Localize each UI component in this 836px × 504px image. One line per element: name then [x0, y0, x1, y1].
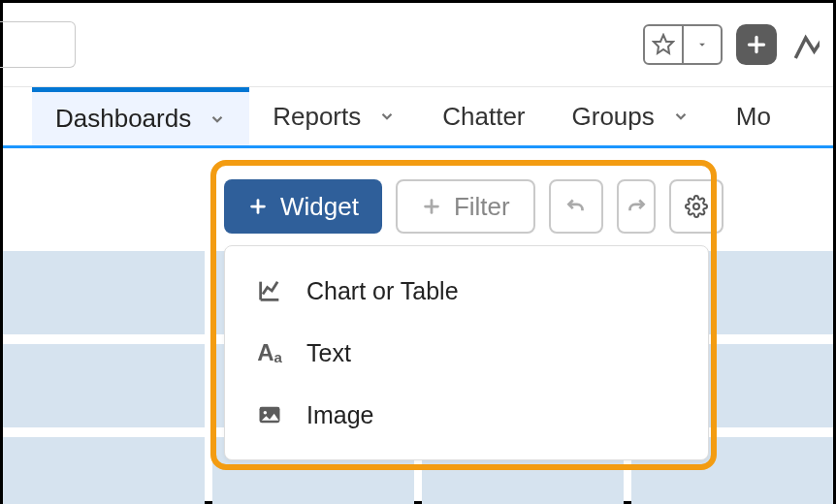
favorite-button-group	[643, 24, 723, 65]
button-label: Filter	[454, 192, 510, 222]
add-filter-button[interactable]: Filter	[396, 179, 535, 234]
menu-item-label: Chart or Table	[306, 277, 459, 305]
global-add-button[interactable]	[736, 24, 777, 65]
nav-tabs: Dashboards Reports Chatter Groups Mo	[3, 86, 833, 148]
menu-item-chart-or-table[interactable]: Chart or Table	[225, 260, 708, 322]
settings-button[interactable]	[669, 179, 723, 234]
menu-item-text[interactable]: Aa Text	[225, 322, 708, 384]
tab-label: Reports	[273, 102, 361, 132]
menu-item-image[interactable]: Image	[225, 384, 708, 446]
undo-icon	[563, 194, 589, 219]
undo-button[interactable]	[549, 179, 603, 234]
widget-type-menu: Chart or Table Aa Text Image	[224, 245, 709, 460]
dashboard-toolbar: Widget Filter	[224, 172, 833, 241]
favorite-button[interactable]	[645, 26, 682, 63]
widget-placeholder[interactable]	[3, 437, 205, 504]
button-label: Widget	[280, 192, 359, 222]
tab-label: Groups	[572, 102, 655, 132]
svg-marker-0	[654, 35, 673, 53]
redo-icon	[624, 194, 649, 219]
chevron-down-icon	[209, 110, 226, 128]
add-widget-button[interactable]: Widget	[224, 179, 382, 234]
tab-more[interactable]: Mo	[713, 87, 771, 145]
widget-placeholder[interactable]	[3, 251, 205, 334]
tab-label: Chatter	[442, 102, 525, 132]
svg-point-9	[264, 411, 268, 415]
menu-item-label: Text	[306, 339, 351, 367]
partial-icon[interactable]	[790, 24, 820, 65]
chart-icon	[254, 275, 285, 306]
favorite-dropdown[interactable]	[684, 26, 721, 63]
tab-label: Dashboards	[55, 104, 191, 134]
tab-dashboards[interactable]: Dashboards	[32, 87, 249, 145]
text-icon: Aa	[254, 337, 285, 368]
chevron-down-icon	[672, 108, 690, 125]
redo-button[interactable]	[617, 179, 656, 234]
plus-icon	[421, 196, 442, 217]
topbar	[3, 3, 833, 86]
widget-placeholder[interactable]	[3, 344, 205, 427]
image-icon	[254, 399, 285, 430]
gear-icon	[685, 195, 708, 218]
search-box-fragment[interactable]	[0, 21, 76, 68]
tab-reports[interactable]: Reports	[249, 87, 419, 145]
chevron-down-icon	[378, 108, 396, 125]
menu-item-label: Image	[306, 401, 373, 429]
topright-actions	[643, 24, 820, 65]
svg-point-7	[693, 204, 699, 209]
tab-chatter[interactable]: Chatter	[419, 87, 548, 145]
tab-groups[interactable]: Groups	[549, 87, 713, 145]
tab-label: Mo	[736, 102, 771, 132]
plus-icon	[247, 196, 269, 217]
